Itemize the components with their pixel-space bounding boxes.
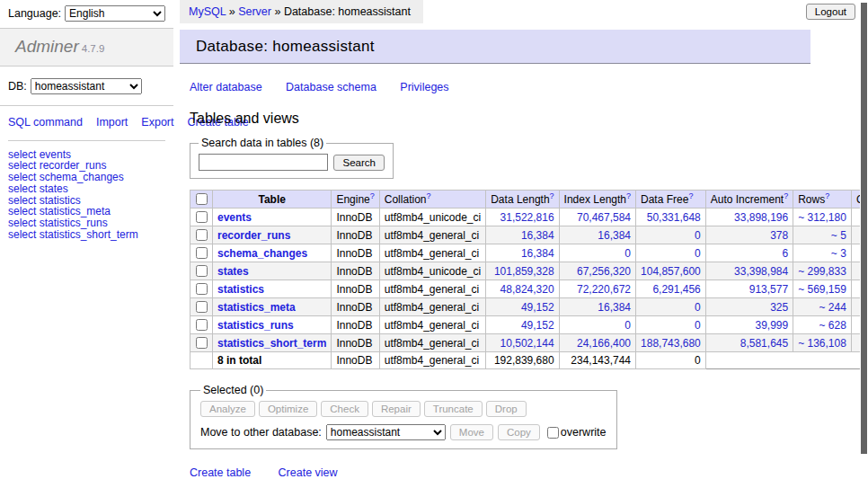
truncate-button[interactable]: Truncate — [424, 401, 483, 417]
table-link-statistics-short-term[interactable]: statistics_short_term — [217, 337, 326, 350]
select-all-cell — [190, 191, 213, 209]
table-link-statistics[interactable]: statistics — [217, 283, 264, 296]
sidebar-action-sql-command[interactable]: SQL command — [8, 116, 83, 129]
search-fieldset: Search data in tables (8) Search — [190, 137, 394, 179]
table-name-cell: recorder_runs — [213, 226, 332, 244]
row-checkbox-cell — [190, 334, 213, 352]
data-free-cell: 0 — [636, 244, 706, 262]
help-icon[interactable]: ? — [688, 191, 693, 200]
table-link-states[interactable]: states — [217, 265, 249, 278]
row-checkbox-statistics[interactable] — [196, 283, 208, 295]
table-link-recorder-runs[interactable]: recorder_runs — [217, 229, 290, 242]
create-view-link[interactable]: Create view — [279, 466, 338, 479]
help-icon[interactable]: ? — [370, 191, 375, 200]
sidebar-action-export[interactable]: Export — [141, 116, 173, 129]
repair-button[interactable]: Repair — [372, 401, 421, 417]
auto-increment-cell: 33,898,196 — [705, 209, 793, 226]
row-checkbox-cell — [190, 262, 213, 280]
db-row: DB:homeassistant — [0, 67, 173, 106]
selected-fieldset: Selected (0) AnalyzeOptimizeCheckRepairT… — [190, 384, 617, 449]
collation-cell: utf8mb4_unicode_ci — [379, 209, 485, 226]
logout-button[interactable]: Logout — [806, 4, 855, 20]
optimize-button[interactable]: Optimize — [259, 401, 317, 417]
list-item: select statistics_short_term — [8, 229, 173, 241]
index-length-cell: 72,220,672 — [559, 280, 635, 298]
engine-cell: InnoDB — [332, 226, 379, 244]
select-all-checkbox[interactable] — [196, 193, 208, 205]
row-checkbox-cell — [190, 226, 213, 244]
row-checkbox-statistics-short-term[interactable] — [196, 337, 208, 349]
collation-cell: utf8mb4_general_ci — [379, 334, 485, 352]
total-empty-cell — [190, 352, 213, 369]
row-checkbox-schema-changes[interactable] — [196, 247, 208, 259]
search-button[interactable]: Search — [333, 155, 384, 171]
sidebar-actions: SQL commandImportExportCreate table — [8, 106, 165, 141]
help-icon[interactable]: ? — [784, 191, 788, 200]
db-label: DB: — [8, 80, 27, 93]
table-link-schema-changes[interactable]: schema_changes — [217, 247, 307, 260]
analyze-button[interactable]: Analyze — [200, 401, 255, 417]
language-select[interactable]: English — [65, 5, 165, 22]
table-name-cell: schema_changes — [213, 244, 332, 262]
collation-cell: utf8mb4_unicode_ci — [379, 262, 485, 280]
table-link-statistics-meta[interactable]: statistics_meta — [217, 301, 296, 314]
row-checkbox-events[interactable] — [196, 211, 208, 223]
row-checkbox-cell — [190, 316, 213, 334]
alter-database-link[interactable]: Alter database — [190, 81, 262, 93]
data-length-cell: 49,152 — [486, 316, 559, 334]
app-version[interactable]: 4.7.9 — [82, 43, 105, 54]
data-length-cell: 10,502,144 — [486, 334, 559, 352]
row-checkbox-cell — [190, 244, 213, 262]
help-icon[interactable]: ? — [426, 191, 430, 200]
engine-cell: InnoDB — [332, 280, 379, 298]
sidebar-item-select-statistics-short-term[interactable]: select statistics_short_term — [8, 228, 138, 241]
total-cell: 192,839,680 — [486, 352, 559, 369]
data-length-cell: 16,384 — [486, 226, 559, 244]
row-checkbox-statistics-meta[interactable] — [196, 301, 208, 313]
table-name-cell: statistics_short_term — [213, 334, 332, 352]
language-label: Language: — [8, 7, 61, 20]
breadcrumb-mysql-link[interactable]: MySQL — [189, 5, 226, 18]
move-database-select[interactable]: homeassistant — [326, 424, 446, 440]
breadcrumb-separator: » — [274, 5, 280, 18]
search-input[interactable] — [199, 154, 328, 171]
db-select[interactable]: homeassistant — [31, 78, 142, 94]
rows-cell: ~ 628 — [793, 316, 852, 334]
index-length-cell: 70,467,584 — [559, 209, 635, 226]
help-icon[interactable]: ? — [550, 191, 554, 200]
total-label-cell: 8 in total — [213, 352, 332, 369]
row-checkbox-cell — [190, 209, 213, 226]
selected-buttons-row: AnalyzeOptimizeCheckRepairTruncateDrop — [200, 401, 607, 417]
main-content: MySQL » Server » Database: homeassistant… — [180, 0, 810, 488]
privileges-link[interactable]: Privileges — [400, 81, 448, 93]
check-button[interactable]: Check — [321, 401, 368, 417]
vertical-scrollbar[interactable] — [860, 0, 868, 488]
row-checkbox-recorder-runs[interactable] — [196, 229, 208, 241]
table-row: recorder_runsInnoDButf8mb4_general_ci16,… — [190, 226, 868, 244]
data-free-cell: 6,291,456 — [636, 280, 706, 298]
total-cell: 0 — [636, 352, 706, 369]
column-header-data-free: Data Free? — [636, 191, 706, 209]
data-length-cell: 16,384 — [486, 244, 559, 262]
database-schema-link[interactable]: Database schema — [286, 81, 376, 93]
create-links: Create table Create view — [190, 466, 810, 479]
help-icon[interactable]: ? — [825, 191, 829, 200]
breadcrumb-server-link[interactable]: Server — [238, 5, 271, 18]
overwrite-checkbox[interactable] — [547, 427, 559, 439]
table-link-statistics-runs[interactable]: statistics_runs — [217, 319, 294, 332]
row-checkbox-states[interactable] — [196, 265, 208, 277]
drop-button[interactable]: Drop — [486, 401, 527, 417]
copy-button[interactable]: Copy — [498, 424, 540, 440]
row-checkbox-statistics-runs[interactable] — [196, 319, 208, 331]
scrollbar-thumb[interactable] — [861, 3, 867, 454]
data-length-cell: 101,859,328 — [486, 262, 559, 280]
help-icon[interactable]: ? — [626, 191, 631, 200]
table-link-events[interactable]: events — [217, 211, 252, 224]
sidebar-table-links: select eventsselect recorder_runsselect … — [0, 149, 173, 241]
move-button[interactable]: Move — [450, 424, 493, 440]
table-header-row: TableEngine?Collation?Data Length?Index … — [190, 191, 868, 209]
overwrite-label: overwrite — [561, 426, 607, 439]
create-table-link[interactable]: Create table — [190, 466, 251, 479]
sidebar-action-import[interactable]: Import — [96, 116, 128, 129]
sidebar: Language:English Adminer4.7.9 DB:homeass… — [0, 0, 173, 240]
